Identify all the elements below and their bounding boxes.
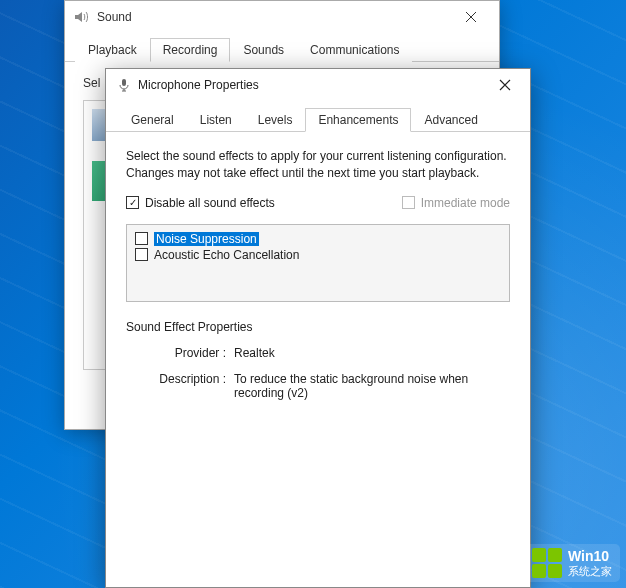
immediate-mode-label: Immediate mode [421,196,510,210]
tab-recording[interactable]: Recording [150,38,231,62]
speaker-icon [73,9,89,25]
immediate-mode-checkbox: Immediate mode [402,196,510,210]
mic-tabs: General Listen Levels Enhancements Advan… [106,101,530,132]
provider-row: Provider : Realtek [126,346,510,360]
sound-titlebar[interactable]: Sound [65,1,499,33]
microphone-icon [116,77,132,93]
provider-value: Realtek [234,346,510,360]
tab-advanced[interactable]: Advanced [411,108,490,132]
mic-window-title: Microphone Properties [138,78,484,92]
sound-effects-list[interactable]: Noise Suppression Acoustic Echo Cancella… [126,224,510,302]
description-value: To reduce the static background noise wh… [234,372,510,400]
watermark-line2: 系统之家 [568,565,612,577]
tab-enhancements[interactable]: Enhancements [305,108,411,132]
watermark-line1: Win10 [568,549,612,564]
tab-playback[interactable]: Playback [75,38,150,62]
checkbox-icon[interactable] [135,248,148,261]
watermark-logo-icon [532,548,562,578]
svg-rect-0 [122,79,126,86]
microphone-properties-window: Microphone Properties General Listen Lev… [105,68,531,588]
sound-window-title: Sound [97,10,451,24]
watermark-text: Win10 系统之家 [568,549,612,576]
description-label: Description : [126,372,234,400]
checkbox-icon [402,196,415,209]
effect-noise-suppression[interactable]: Noise Suppression [133,231,503,247]
enhancements-panel: Select the sound effects to apply for yo… [106,132,530,428]
close-icon[interactable] [484,71,526,99]
effect-label: Noise Suppression [154,232,259,246]
sound-effect-properties: Sound Effect Properties Provider : Realt… [126,320,510,400]
enhancements-description: Select the sound effects to apply for yo… [126,148,510,182]
close-icon[interactable] [451,3,491,31]
tab-general[interactable]: General [118,108,187,132]
provider-label: Provider : [126,346,234,360]
effect-label: Acoustic Echo Cancellation [154,248,299,262]
description-row: Description : To reduce the static backg… [126,372,510,400]
disable-all-sound-effects-checkbox[interactable]: Disable all sound effects [126,196,275,210]
checkbox-icon [126,196,139,209]
tab-listen[interactable]: Listen [187,108,245,132]
checkbox-icon[interactable] [135,232,148,245]
tab-sounds[interactable]: Sounds [230,38,297,62]
tab-communications[interactable]: Communications [297,38,412,62]
effect-acoustic-echo-cancellation[interactable]: Acoustic Echo Cancellation [133,247,503,263]
sound-tabs: Playback Recording Sounds Communications [65,33,499,62]
disable-all-label: Disable all sound effects [145,196,275,210]
mic-titlebar[interactable]: Microphone Properties [106,69,530,101]
watermark: Win10 系统之家 [524,544,620,582]
properties-title: Sound Effect Properties [126,320,510,334]
tab-levels[interactable]: Levels [245,108,306,132]
